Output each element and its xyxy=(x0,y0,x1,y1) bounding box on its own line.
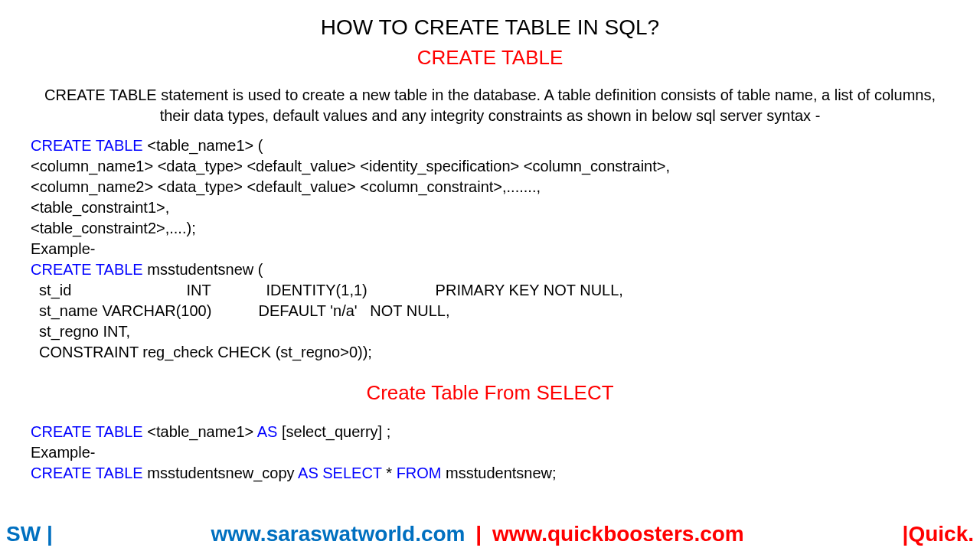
syntax-line: <table_constraint2>,....); xyxy=(31,218,949,239)
example-block-2: CREATE TABLE msstudentsnew_copy AS SELEC… xyxy=(31,463,949,484)
footer-center: www.saraswatworld.com | www.quickbooster… xyxy=(53,522,903,546)
footer: SW | www.saraswatworld.com | www.quickbo… xyxy=(0,522,980,546)
example-label: Example- xyxy=(31,239,949,259)
code-line: st_id INT IDENTITY(1,1) PRIMARY KEY NOT … xyxy=(31,280,949,301)
keyword: CREATE TABLE xyxy=(31,423,147,440)
syntax-block: CREATE TABLE <table_name1> ( <column_nam… xyxy=(31,135,949,239)
keyword: CREATE TABLE xyxy=(31,137,147,154)
code-text: msstudentsnew_copy xyxy=(147,465,298,481)
code-line: st_regno INT, xyxy=(31,321,949,342)
keyword: AS SELECT xyxy=(298,465,386,481)
syntax-line: <table_name1> ( xyxy=(147,137,263,154)
page-title: HOW TO CREATE TABLE IN SQL? xyxy=(31,15,949,40)
syntax-line: <column_name2> <data_type> <default_valu… xyxy=(31,177,949,197)
keyword: CREATE TABLE xyxy=(31,465,147,481)
footer-left: SW | xyxy=(6,522,53,546)
keyword: CREATE TABLE xyxy=(31,261,147,278)
keyword: AS xyxy=(257,423,282,440)
footer-right: |Quick. xyxy=(903,522,974,546)
example-label-2: Example- xyxy=(31,442,949,463)
footer-url-1: www.saraswatworld.com xyxy=(211,522,466,546)
code-line: CONSTRAINT reg_check CHECK (st_regno>0))… xyxy=(31,342,949,363)
code-text: <table_name1> xyxy=(147,423,256,440)
code-text: * xyxy=(386,465,396,481)
description-text: CREATE TABLE statement is used to create… xyxy=(31,85,949,126)
subtitle: CREATE TABLE xyxy=(31,46,949,70)
code-line: st_name VARCHAR(100) DEFAULT 'n/a' NOT N… xyxy=(31,301,949,321)
code-line: msstudentsnew ( xyxy=(147,261,263,278)
keyword: FROM xyxy=(397,465,446,481)
syntax-line: <column_name1> <data_type> <default_valu… xyxy=(31,156,949,177)
code-text: msstudentsnew; xyxy=(446,465,557,481)
example-block-1: CREATE TABLE msstudentsnew ( st_id INT I… xyxy=(31,259,949,363)
syntax-line: <table_constraint1>, xyxy=(31,197,949,218)
code-text: [select_querry] ; xyxy=(282,423,390,440)
syntax-block-2: CREATE TABLE <table_name1> AS [select_qu… xyxy=(31,422,949,442)
section-title-2: Create Table From SELECT xyxy=(31,381,949,405)
footer-separator: | xyxy=(470,522,488,546)
footer-url-2: www.quickboosters.com xyxy=(492,522,744,546)
